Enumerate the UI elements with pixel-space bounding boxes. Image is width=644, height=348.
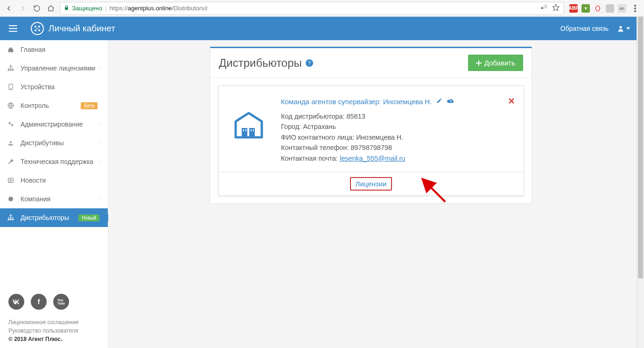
sidebar-badge: Бета [81, 102, 98, 109]
svg-rect-37 [242, 128, 247, 136]
sidebar-item-0[interactable]: Главная [0, 40, 108, 59]
svg-point-10 [38, 26, 40, 28]
sitemap-icon [7, 65, 16, 71]
svg-rect-16 [10, 65, 12, 67]
user-menu-icon[interactable] [617, 25, 630, 32]
svg-point-23 [9, 122, 11, 124]
wrench-icon [7, 158, 16, 165]
grey-extension-icon[interactable] [606, 4, 614, 13]
sidebar-item-label: Техническая поддержка [21, 158, 93, 165]
distributor-contact-name: ФИО контактного лица: Иноземцева Н. [281, 132, 514, 142]
kebab-menu-icon[interactable] [630, 3, 640, 14]
forward-icon[interactable] [18, 3, 28, 14]
distributor-title-link[interactable]: Команда агентов супервайзер: Иноземцева … [281, 98, 432, 106]
svg-marker-1 [553, 4, 559, 10]
brand-logo-icon [31, 22, 44, 35]
svg-rect-33 [10, 219, 12, 220]
sidebar-item-9[interactable]: ДистрибьюторыНовый [0, 208, 108, 227]
browser-chrome-bar: Защищено | https://agentplus.online/Dist… [0, 0, 644, 17]
sidebar-item-label: Контроль [21, 102, 49, 109]
svg-point-9 [35, 26, 36, 28]
sidebar-item-3[interactable]: КонтрольБета [0, 96, 108, 115]
user-guide-link[interactable]: Руководство пользователя [8, 327, 99, 335]
distributor-phone: Контактный телефон: 89798798798 [281, 142, 514, 153]
gear-icon [7, 196, 16, 202]
warehouse-icon [228, 97, 270, 163]
help-icon[interactable]: ? [306, 59, 313, 67]
cloud-extension-icon[interactable] [618, 4, 626, 13]
sidebar-item-2[interactable]: Устройства [0, 78, 108, 96]
svg-point-14 [619, 26, 622, 28]
key-icon[interactable] [540, 4, 547, 13]
svg-point-5 [634, 10, 636, 12]
sidebar-item-label: Компания [21, 195, 50, 203]
svg-rect-38 [249, 128, 255, 136]
edit-icon[interactable] [436, 98, 442, 105]
svg-rect-42 [253, 129, 254, 131]
svg-point-4 [634, 7, 636, 9]
sidebar-item-4[interactable]: Администрирование〈 [0, 115, 108, 134]
svg-rect-34 [12, 219, 14, 220]
sidebar-item-8[interactable]: Компания〈 [0, 190, 108, 208]
license-agreement-link[interactable]: Лицензионное соглашение [8, 318, 99, 327]
chevron-left-icon: 〈 [96, 140, 100, 146]
sidebar-item-7[interactable]: Новости [0, 171, 108, 190]
svg-point-11 [35, 29, 36, 31]
abp-extension-icon[interactable]: ABP [569, 4, 578, 13]
sidebar-item-label: Дистрибутивы [21, 139, 64, 147]
copyright-text: © 2018 Агент Плюс. [8, 336, 99, 342]
facebook-social-icon[interactable]: f [31, 294, 47, 310]
distributor-email-link[interactable]: lesenka_555@mail.ru [340, 155, 405, 162]
svg-rect-32 [8, 219, 10, 220]
distributors-panel: Дистрибьюторы ? Добавить [210, 47, 532, 204]
sidebar-item-6[interactable]: Техническая поддержка〈 [0, 152, 108, 171]
star-icon[interactable] [552, 4, 560, 13]
vk-social-icon[interactable] [8, 294, 24, 310]
page-scrollbar[interactable] [637, 17, 644, 348]
svg-rect-31 [10, 215, 12, 216]
svg-rect-25 [8, 144, 13, 145]
back-icon[interactable] [4, 3, 14, 14]
sidebar-item-label: Устройства [21, 83, 55, 91]
svg-rect-6 [9, 25, 17, 26]
page-title: Дистрибьюторы ? [219, 57, 313, 70]
sidebar-item-label: Управление лицензиями [21, 64, 95, 72]
delete-icon[interactable] [509, 97, 514, 106]
main-content: Дистрибьюторы ? Добавить [108, 40, 637, 348]
svg-rect-7 [9, 28, 17, 29]
news-icon [7, 177, 16, 184]
svg-rect-40 [245, 129, 246, 131]
cloud-download-icon[interactable] [447, 98, 455, 105]
chevron-left-icon: 〈 [96, 196, 100, 202]
distributor-city: Город: Астрахань [281, 121, 514, 132]
sidebar-item-label: Дистрибьюторы [21, 214, 69, 221]
sitemap-icon [7, 214, 16, 221]
download-icon [7, 140, 16, 146]
tablet-icon [7, 84, 16, 90]
home-icon [7, 46, 16, 53]
sidebar-item-1[interactable]: Управление лицензиями〈 [0, 59, 108, 78]
chevron-left-icon: 〈 [96, 121, 100, 128]
add-distributor-button[interactable]: Добавить [468, 55, 523, 71]
svg-point-24 [11, 124, 13, 126]
feedback-link[interactable]: Обратная связь [560, 25, 609, 32]
address-bar[interactable]: Защищено | https://agentplus.online/Dist… [60, 2, 564, 15]
hamburger-menu-icon[interactable] [7, 22, 20, 35]
lock-icon [64, 5, 69, 12]
reload-icon[interactable] [32, 3, 42, 14]
distributor-code: Код дистрибьютора: 85813 [281, 111, 514, 121]
svg-rect-19 [12, 69, 14, 71]
home-icon[interactable] [46, 3, 56, 14]
brand-title: Личный кабинет [49, 23, 115, 34]
green-extension-icon[interactable]: ▾ [581, 4, 590, 13]
sidebar-item-5[interactable]: Дистрибутивы〈 [0, 134, 108, 152]
youtube-social-icon[interactable]: YouTube [53, 294, 69, 310]
opera-extension-icon[interactable] [594, 4, 602, 13]
browser-extension-icons: ABP ▾ [567, 3, 640, 14]
svg-point-2 [596, 6, 600, 11]
licenses-button[interactable]: Лицензии [350, 177, 392, 191]
svg-rect-18 [10, 69, 12, 71]
distributor-email: Контактная почта: lesenka_555@mail.ru [281, 153, 514, 163]
svg-point-21 [10, 89, 11, 89]
svg-rect-39 [243, 129, 244, 131]
